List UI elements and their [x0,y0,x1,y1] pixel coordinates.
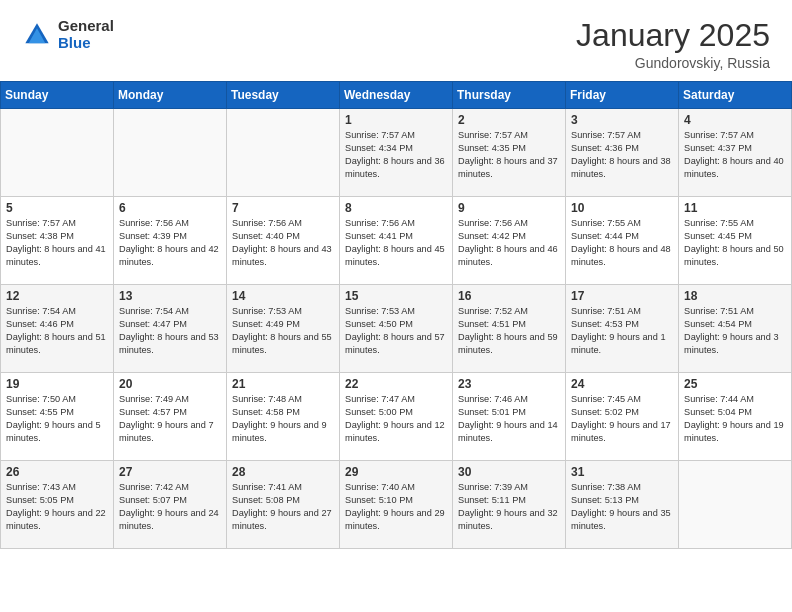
day-number: 20 [119,377,221,391]
calendar-cell: 5Sunrise: 7:57 AM Sunset: 4:38 PM Daylig… [1,197,114,285]
logo-blue: Blue [58,35,114,52]
day-info: Sunrise: 7:57 AM Sunset: 4:38 PM Dayligh… [6,217,108,269]
day-number: 7 [232,201,334,215]
col-monday: Monday [114,82,227,109]
calendar-cell: 19Sunrise: 7:50 AM Sunset: 4:55 PM Dayli… [1,373,114,461]
calendar-cell [227,109,340,197]
calendar-cell: 20Sunrise: 7:49 AM Sunset: 4:57 PM Dayli… [114,373,227,461]
day-info: Sunrise: 7:51 AM Sunset: 4:54 PM Dayligh… [684,305,786,357]
calendar-cell: 27Sunrise: 7:42 AM Sunset: 5:07 PM Dayli… [114,461,227,549]
day-info: Sunrise: 7:39 AM Sunset: 5:11 PM Dayligh… [458,481,560,533]
day-number: 3 [571,113,673,127]
calendar-week-row: 19Sunrise: 7:50 AM Sunset: 4:55 PM Dayli… [1,373,792,461]
day-info: Sunrise: 7:45 AM Sunset: 5:02 PM Dayligh… [571,393,673,445]
day-info: Sunrise: 7:42 AM Sunset: 5:07 PM Dayligh… [119,481,221,533]
day-info: Sunrise: 7:57 AM Sunset: 4:34 PM Dayligh… [345,129,447,181]
day-number: 4 [684,113,786,127]
calendar-cell: 13Sunrise: 7:54 AM Sunset: 4:47 PM Dayli… [114,285,227,373]
day-info: Sunrise: 7:56 AM Sunset: 4:39 PM Dayligh… [119,217,221,269]
day-number: 24 [571,377,673,391]
day-number: 25 [684,377,786,391]
calendar-week-row: 26Sunrise: 7:43 AM Sunset: 5:05 PM Dayli… [1,461,792,549]
day-number: 22 [345,377,447,391]
calendar-week-row: 1Sunrise: 7:57 AM Sunset: 4:34 PM Daylig… [1,109,792,197]
calendar-cell: 8Sunrise: 7:56 AM Sunset: 4:41 PM Daylig… [340,197,453,285]
day-info: Sunrise: 7:57 AM Sunset: 4:37 PM Dayligh… [684,129,786,181]
day-info: Sunrise: 7:44 AM Sunset: 5:04 PM Dayligh… [684,393,786,445]
day-number: 27 [119,465,221,479]
day-info: Sunrise: 7:41 AM Sunset: 5:08 PM Dayligh… [232,481,334,533]
calendar-cell: 15Sunrise: 7:53 AM Sunset: 4:50 PM Dayli… [340,285,453,373]
day-info: Sunrise: 7:56 AM Sunset: 4:42 PM Dayligh… [458,217,560,269]
day-number: 29 [345,465,447,479]
day-info: Sunrise: 7:53 AM Sunset: 4:50 PM Dayligh… [345,305,447,357]
calendar-cell [114,109,227,197]
calendar-cell: 18Sunrise: 7:51 AM Sunset: 4:54 PM Dayli… [679,285,792,373]
calendar-cell: 21Sunrise: 7:48 AM Sunset: 4:58 PM Dayli… [227,373,340,461]
day-number: 11 [684,201,786,215]
col-sunday: Sunday [1,82,114,109]
calendar-week-row: 12Sunrise: 7:54 AM Sunset: 4:46 PM Dayli… [1,285,792,373]
day-info: Sunrise: 7:43 AM Sunset: 5:05 PM Dayligh… [6,481,108,533]
day-info: Sunrise: 7:56 AM Sunset: 4:40 PM Dayligh… [232,217,334,269]
day-info: Sunrise: 7:46 AM Sunset: 5:01 PM Dayligh… [458,393,560,445]
logo-text: General Blue [58,18,114,51]
calendar-cell: 31Sunrise: 7:38 AM Sunset: 5:13 PM Dayli… [566,461,679,549]
day-info: Sunrise: 7:50 AM Sunset: 4:55 PM Dayligh… [6,393,108,445]
calendar-cell: 10Sunrise: 7:55 AM Sunset: 4:44 PM Dayli… [566,197,679,285]
day-number: 16 [458,289,560,303]
calendar-body: 1Sunrise: 7:57 AM Sunset: 4:34 PM Daylig… [1,109,792,549]
calendar-cell: 28Sunrise: 7:41 AM Sunset: 5:08 PM Dayli… [227,461,340,549]
col-friday: Friday [566,82,679,109]
month-title: January 2025 [576,18,770,53]
calendar-cell: 22Sunrise: 7:47 AM Sunset: 5:00 PM Dayli… [340,373,453,461]
day-info: Sunrise: 7:57 AM Sunset: 4:36 PM Dayligh… [571,129,673,181]
calendar-cell: 16Sunrise: 7:52 AM Sunset: 4:51 PM Dayli… [453,285,566,373]
calendar-week-row: 5Sunrise: 7:57 AM Sunset: 4:38 PM Daylig… [1,197,792,285]
day-number: 12 [6,289,108,303]
day-info: Sunrise: 7:55 AM Sunset: 4:45 PM Dayligh… [684,217,786,269]
day-number: 8 [345,201,447,215]
page: General Blue January 2025 Gundorovskiy, … [0,0,792,612]
day-info: Sunrise: 7:55 AM Sunset: 4:44 PM Dayligh… [571,217,673,269]
day-info: Sunrise: 7:38 AM Sunset: 5:13 PM Dayligh… [571,481,673,533]
logo-icon [22,20,52,50]
day-number: 9 [458,201,560,215]
calendar-cell: 26Sunrise: 7:43 AM Sunset: 5:05 PM Dayli… [1,461,114,549]
day-number: 26 [6,465,108,479]
location: Gundorovskiy, Russia [576,55,770,71]
logo: General Blue [22,18,114,51]
day-number: 15 [345,289,447,303]
day-info: Sunrise: 7:48 AM Sunset: 4:58 PM Dayligh… [232,393,334,445]
col-tuesday: Tuesday [227,82,340,109]
calendar-cell: 14Sunrise: 7:53 AM Sunset: 4:49 PM Dayli… [227,285,340,373]
day-info: Sunrise: 7:49 AM Sunset: 4:57 PM Dayligh… [119,393,221,445]
calendar-cell: 1Sunrise: 7:57 AM Sunset: 4:34 PM Daylig… [340,109,453,197]
calendar-cell: 3Sunrise: 7:57 AM Sunset: 4:36 PM Daylig… [566,109,679,197]
day-info: Sunrise: 7:51 AM Sunset: 4:53 PM Dayligh… [571,305,673,357]
day-number: 17 [571,289,673,303]
calendar-cell: 24Sunrise: 7:45 AM Sunset: 5:02 PM Dayli… [566,373,679,461]
day-number: 19 [6,377,108,391]
day-number: 23 [458,377,560,391]
logo-general: General [58,18,114,35]
calendar-cell: 2Sunrise: 7:57 AM Sunset: 4:35 PM Daylig… [453,109,566,197]
day-info: Sunrise: 7:47 AM Sunset: 5:00 PM Dayligh… [345,393,447,445]
calendar-cell: 30Sunrise: 7:39 AM Sunset: 5:11 PM Dayli… [453,461,566,549]
calendar-cell [679,461,792,549]
calendar-cell: 7Sunrise: 7:56 AM Sunset: 4:40 PM Daylig… [227,197,340,285]
calendar: Sunday Monday Tuesday Wednesday Thursday… [0,81,792,549]
day-number: 31 [571,465,673,479]
day-number: 30 [458,465,560,479]
col-wednesday: Wednesday [340,82,453,109]
calendar-cell: 11Sunrise: 7:55 AM Sunset: 4:45 PM Dayli… [679,197,792,285]
day-number: 1 [345,113,447,127]
day-info: Sunrise: 7:57 AM Sunset: 4:35 PM Dayligh… [458,129,560,181]
day-info: Sunrise: 7:40 AM Sunset: 5:10 PM Dayligh… [345,481,447,533]
calendar-cell: 4Sunrise: 7:57 AM Sunset: 4:37 PM Daylig… [679,109,792,197]
day-info: Sunrise: 7:56 AM Sunset: 4:41 PM Dayligh… [345,217,447,269]
col-thursday: Thursday [453,82,566,109]
day-number: 6 [119,201,221,215]
day-number: 13 [119,289,221,303]
day-number: 10 [571,201,673,215]
